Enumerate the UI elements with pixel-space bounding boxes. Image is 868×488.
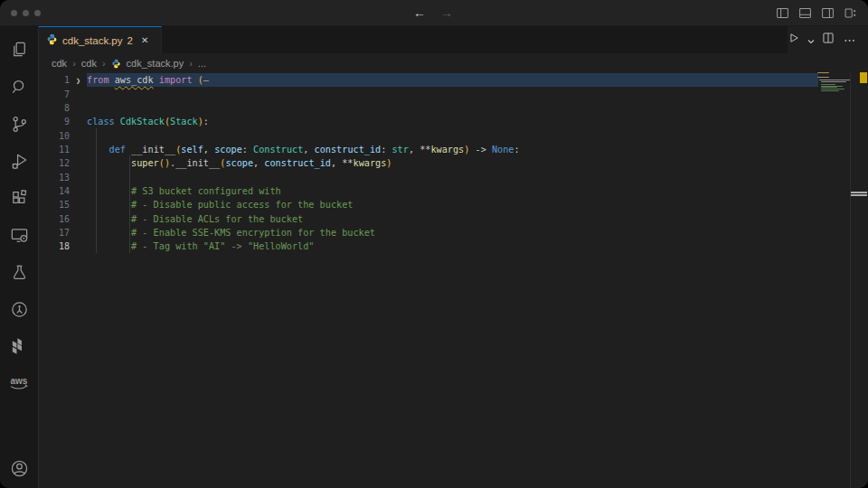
code-line[interactable]: 17 # - Enable SSE-KMS encryption for the… xyxy=(39,226,868,239)
code-line[interactable]: 12 super().__init__(scope, construct_id,… xyxy=(39,156,868,170)
code-text[interactable]: def __init__(self, scope: Construct, con… xyxy=(87,145,520,155)
code-line[interactable]: 14 # S3 bucket configured with xyxy=(39,184,868,198)
run-and-debug-icon[interactable] xyxy=(0,143,38,180)
toggle-secondary-sidebar-icon[interactable] xyxy=(821,6,835,20)
explorer-icon[interactable] xyxy=(0,32,38,69)
line-number[interactable]: 9 xyxy=(39,117,70,127)
code-line[interactable]: 18 # - Tag with "AI" -> "HelloWorld" xyxy=(39,239,868,253)
code-token xyxy=(87,228,131,238)
code-text[interactable]: # - Enable SSE-KMS encryption for the bu… xyxy=(87,228,375,238)
breadcrumb-symbol[interactable]: ... xyxy=(198,58,206,69)
window-control-dot[interactable] xyxy=(11,10,17,16)
code-text[interactable]: # - Disable ACLs for the bucket xyxy=(87,214,303,224)
code-token: # - Tag with "AI" -> "HelloWorld" xyxy=(131,241,314,251)
tab-bar: cdk_stack.py 2 ✕ xyxy=(39,26,868,53)
minimap-content xyxy=(817,72,851,91)
breadcrumb-file[interactable]: cdk_stack.py xyxy=(127,58,184,69)
indent-guide xyxy=(129,170,130,183)
code-token xyxy=(87,241,131,251)
circle-branch-extension-icon[interactable] xyxy=(0,291,38,328)
search-icon[interactable] xyxy=(0,69,38,106)
extensions-icon[interactable] xyxy=(0,180,38,217)
aws-toolkit-icon[interactable]: aws xyxy=(0,365,38,402)
line-number[interactable]: 1 xyxy=(39,75,70,85)
code-text[interactable]: class CdkStack(Stack): xyxy=(87,117,209,127)
code-line[interactable]: 16 # - Disable ACLs for the bucket xyxy=(39,211,868,225)
editor-group: cdk_stack.py 2 ✕ xyxy=(39,26,868,488)
code-line[interactable]: 13 xyxy=(39,170,868,183)
python-file-icon xyxy=(46,33,58,49)
code-token: , ** xyxy=(331,158,354,168)
line-number[interactable]: 17 xyxy=(39,228,70,238)
code-token: ) xyxy=(386,158,392,168)
code-line[interactable]: 9class CdkStack(Stack): xyxy=(39,115,868,128)
code-token: scope xyxy=(225,158,253,168)
line-number[interactable]: 18 xyxy=(39,241,70,251)
run-dropdown-chevron-icon[interactable] xyxy=(807,32,815,48)
forward-arrow-icon[interactable]: → xyxy=(440,5,453,20)
testing-beaker-icon[interactable] xyxy=(0,254,38,291)
toggle-panel-icon[interactable] xyxy=(798,6,812,20)
minimap-line xyxy=(821,90,838,91)
code-text[interactable]: # - Tag with "AI" -> "HelloWorld" xyxy=(87,241,314,251)
more-actions-icon[interactable]: ⋯ xyxy=(844,33,856,47)
code-text[interactable]: from aws_cdk import (– xyxy=(87,75,209,85)
code-line[interactable]: 1❯from aws_cdk import (– xyxy=(39,73,868,87)
line-number[interactable]: 10 xyxy=(39,131,70,141)
source-control-icon[interactable] xyxy=(0,106,38,143)
line-number[interactable]: 13 xyxy=(39,173,70,183)
code-token: str xyxy=(392,145,408,155)
breadcrumb-folder[interactable]: cdk xyxy=(52,58,67,69)
code-token: import xyxy=(159,75,193,85)
close-tab-icon[interactable]: ✕ xyxy=(141,35,148,45)
python-file-icon xyxy=(111,59,121,69)
breadcrumb-separator-icon: › xyxy=(72,58,76,69)
code-token: Construct xyxy=(253,145,303,155)
code-editor[interactable]: 1❯from aws_cdk import (–789class CdkStac… xyxy=(39,73,868,488)
window-control-dot[interactable] xyxy=(23,10,29,16)
line-number[interactable]: 15 xyxy=(39,200,70,210)
window-control-dot[interactable] xyxy=(34,10,41,16)
code-text[interactable]: super().__init__(scope, construct_id, **… xyxy=(87,158,392,168)
remote-explorer-icon[interactable] xyxy=(0,217,38,254)
line-number[interactable]: 16 xyxy=(39,214,70,224)
code-text[interactable]: # S3 bucket configured with xyxy=(87,186,281,196)
code-token: : xyxy=(514,145,519,155)
code-token: # - Disable public access for the bucket xyxy=(131,200,353,210)
code-token: Stack xyxy=(170,117,198,127)
code-line[interactable]: 7 xyxy=(39,87,868,100)
activity-bar: aws xyxy=(0,26,39,488)
code-token: None xyxy=(492,145,514,155)
history-navigation: ← → xyxy=(413,0,453,25)
code-token: : xyxy=(242,145,253,155)
back-arrow-icon[interactable]: ← xyxy=(413,5,426,20)
code-line[interactable]: 8 xyxy=(39,101,868,115)
code-text[interactable]: # - Disable public access for the bucket xyxy=(87,200,353,210)
line-number[interactable]: 11 xyxy=(39,145,70,155)
code-token: construct_id xyxy=(315,145,382,155)
code-token: self xyxy=(181,145,203,155)
line-number[interactable]: 14 xyxy=(39,186,70,196)
run-python-file-icon[interactable] xyxy=(788,32,800,48)
fold-chevron-icon[interactable]: ❯ xyxy=(70,76,87,85)
terraform-icon[interactable] xyxy=(0,328,38,365)
line-number[interactable]: 8 xyxy=(39,103,70,113)
line-number[interactable]: 12 xyxy=(39,158,70,168)
line-number[interactable]: 7 xyxy=(39,89,70,99)
toggle-primary-sidebar-icon[interactable] xyxy=(776,6,789,20)
code-line[interactable]: 15 # - Disable public access for the buc… xyxy=(39,198,868,211)
tab-cdk-stack-py[interactable]: cdk_stack.py 2 ✕ xyxy=(39,26,162,53)
account-icon[interactable] xyxy=(0,450,38,487)
code-line[interactable]: 11 def __init__(self, scope: Construct, … xyxy=(39,143,868,156)
customize-layout-icon[interactable] xyxy=(844,6,857,20)
code-token: , ** xyxy=(409,145,431,155)
breadcrumb-folder[interactable]: cdk xyxy=(81,58,97,69)
code-token: – xyxy=(203,75,209,85)
minimap[interactable] xyxy=(817,72,851,91)
code-token: () xyxy=(159,158,170,168)
split-editor-icon[interactable] xyxy=(822,32,835,48)
code-token: kwargs xyxy=(354,158,387,168)
overview-ruler xyxy=(850,73,868,488)
code-token: from xyxy=(87,75,109,85)
code-line[interactable]: 10 xyxy=(39,128,868,142)
